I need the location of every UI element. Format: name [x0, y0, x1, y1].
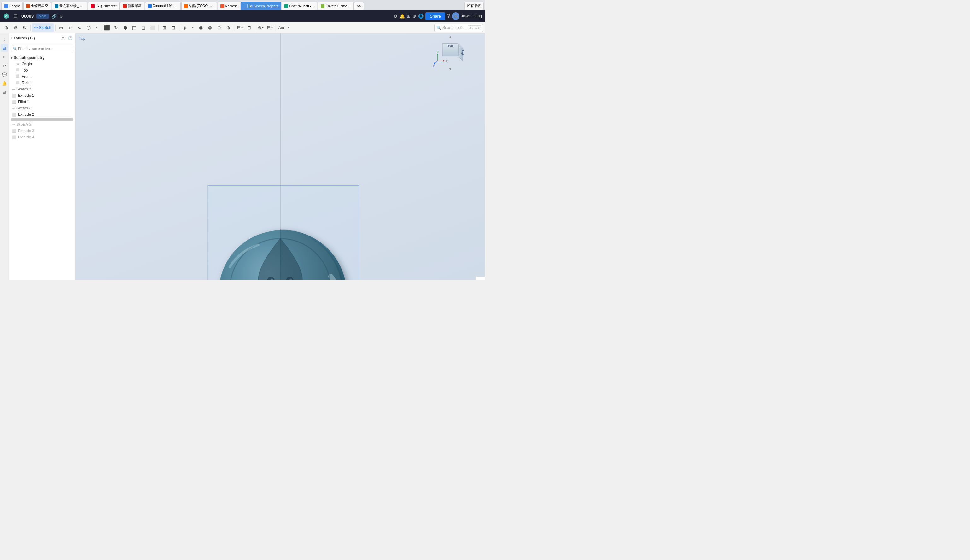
tree-item-sketch2[interactable]: ✏ Sketch 2 [9, 105, 75, 111]
tree-item-extrude1[interactable]: ⬜ Extrude 1 [9, 92, 75, 99]
share-button[interactable]: Share [425, 12, 445, 20]
nav-cube-up-btn[interactable]: ▲ [448, 35, 452, 39]
sketch-icon-3: ✏ [12, 123, 15, 127]
left-icon-table[interactable]: ⊞ [1, 88, 8, 96]
toolbar-circle-btn[interactable]: ○ [66, 23, 75, 32]
left-icon-history[interactable]: ↩ [1, 62, 8, 69]
svg-text:Right: Right [461, 50, 464, 57]
sketch2-label: Sketch 2 [17, 106, 31, 110]
filter-wrapper: 🔍 [11, 45, 73, 52]
toolbar-revolve-btn[interactable]: ↻ [112, 23, 120, 32]
browser-tab-chatpi[interactable]: ChatPi-ChatGPT&... [282, 2, 317, 10]
filter-input[interactable] [11, 45, 73, 52]
tree-item-extrude2[interactable]: ⬜ Extrude 2 [9, 111, 75, 118]
toolbar-redo[interactable]: ↻ [20, 23, 29, 32]
toolbar-undo[interactable]: ↺ [11, 23, 20, 32]
topbar-icon-btn-3[interactable]: ⊞ [407, 13, 411, 18]
tab-envato-label: Envato Elements:... [325, 4, 351, 8]
toolbar-orientation[interactable]: ⊕ [2, 23, 11, 32]
tree-item-top[interactable]: ⬜ Top [9, 67, 75, 73]
toolbar-render-btn[interactable]: ◉ [197, 23, 205, 32]
browser-tab-sina[interactable]: 新浪邮箱 [120, 2, 145, 10]
features-panel-title: Features (12) [12, 36, 35, 40]
left-icon-arrow[interactable]: ↕ [1, 35, 8, 43]
features-panel-header: Features (12) ⊕ 🕐 [9, 33, 75, 43]
toolbar-assembly-btn[interactable]: ⊞ ▾ [265, 23, 274, 32]
sketch-icon-1: ✏ [12, 87, 15, 92]
left-icon-notifications[interactable]: 🔔 [1, 80, 8, 87]
toolbar-section-btn[interactable]: ⊟ [169, 23, 178, 32]
default-geometry-header[interactable]: ▾ Default geometry [9, 55, 75, 61]
topbar-icon-btn-1[interactable]: ⚙ [393, 13, 398, 18]
browser-tab-more[interactable]: >> [354, 2, 364, 10]
tree-item-extrude4[interactable]: ⬜ Extrude 4 [9, 134, 75, 140]
toolbar-display-btn[interactable]: ⊞ ▾ [235, 23, 244, 32]
bookmarks-label: 所有书签 [467, 3, 481, 8]
nav-cube[interactable]: Top Right Y X Z [433, 37, 468, 69]
toolbar-sketch-label: Sketch [39, 25, 52, 30]
tree-item-sketch3[interactable]: ✏ Sketch 3 [9, 122, 75, 128]
toolbar-view-btn[interactable]: ⊞ [160, 23, 169, 32]
topbar-icon-btn-4[interactable]: ⊕ [412, 13, 416, 18]
toolbar-loft-btn[interactable]: ⬢ [121, 23, 130, 32]
toolbar-material-dd[interactable]: ▾ [190, 23, 196, 32]
fillet-icon-1: ⬜ [12, 100, 17, 104]
toolbar-shell-btn[interactable]: ⬜ [148, 23, 157, 32]
browser-tab-search[interactable]: Be Search Projects [241, 2, 281, 10]
tree-item-front[interactable]: ⬜ Front [9, 73, 75, 80]
viewport[interactable]: Top Right [76, 33, 485, 280]
help-button[interactable]: ? [447, 13, 450, 19]
panel-icon-config[interactable]: ⊕ [60, 35, 66, 41]
branch-badge[interactable]: Main [36, 13, 49, 18]
toolbar-new-btn[interactable]: ▭ [57, 23, 66, 32]
browser-tab-zcool[interactable]: 站酷 (ZCOOL) - 设... [181, 2, 217, 10]
right-panel-btn-1[interactable]: ⊕ [477, 278, 484, 280]
feature-tree: ▾ Default geometry ● Origin ⬜ Top ⬜ Fron… [9, 54, 75, 280]
svg-text:Z: Z [433, 65, 435, 67]
toolbar-curve-btn[interactable]: ∿ [75, 23, 84, 32]
left-icon-features[interactable]: ⊞ [1, 44, 8, 52]
nav-icon[interactable]: ⊕ [59, 13, 63, 18]
bookmarks-btn[interactable]: 所有书签 [464, 2, 484, 10]
toolbar-draft-btn[interactable]: ◻ [139, 23, 148, 32]
toolbar-material-btn[interactable]: ◈ [181, 23, 190, 32]
toolbar-hide-btn[interactable]: ◎ [206, 23, 215, 32]
toolbar-plane-btn[interactable]: ⊡ [245, 23, 253, 32]
left-icon-tree[interactable]: ○ [1, 53, 8, 60]
3d-model: CHAI HUO [208, 220, 353, 280]
tree-item-extrude3[interactable]: ⬜ Extrude 3 [9, 128, 75, 134]
tree-item-sketch1[interactable]: ✏ Sketch 1 [9, 86, 75, 92]
toolbar-extrude-btn[interactable]: ⬛ [102, 23, 111, 32]
logo: O [3, 13, 10, 19]
left-icon-comments[interactable]: 💬 [1, 71, 8, 78]
browser-tab-jd[interactable]: 金蝶云星空 [23, 2, 51, 10]
toolbar-fillet-btn[interactable]: ◱ [130, 23, 139, 32]
toolbar-dropdown-btn1[interactable]: ▾ [93, 23, 100, 32]
browser-tab-redless[interactable]: Redless [218, 2, 241, 10]
tree-item-origin[interactable]: ● Origin [9, 61, 75, 67]
doc-name: 00009 [22, 13, 34, 18]
topbar-icon-btn-2[interactable]: 🔔 [400, 13, 405, 18]
tree-item-right[interactable]: ⬜ Right [9, 80, 75, 86]
tree-item-fillet1[interactable]: ⬜ Fillet 1 [9, 99, 75, 105]
toolbar-solid-btn[interactable]: ⬡ [84, 23, 93, 32]
link-icon[interactable]: 🔗 [52, 13, 57, 18]
browser-tab-google[interactable]: Google [1, 2, 23, 10]
toolbar-sketch-btn[interactable]: ✏ Sketch [32, 23, 54, 32]
toolbar-select-btn[interactable]: ⊕ [215, 23, 223, 32]
browser-tab-pinterest[interactable]: (51) Pinterest [88, 2, 119, 10]
main-content: ↕ ⊞ ○ ↩ 💬 🔔 ⊞ Features (12) ⊕ 🕐 🔍 [0, 33, 485, 280]
toolbar-measure-btn[interactable]: ⊕ [224, 23, 233, 32]
toolbar-bool-btn[interactable]: ⊕ ▾ [257, 23, 265, 32]
nav-cube-down-btn[interactable]: ▼ [448, 67, 452, 71]
menu-button[interactable]: ☰ [12, 13, 19, 20]
toolbar-font-label: Am [277, 25, 285, 30]
toolbar-font-dd[interactable]: ▾ [286, 23, 292, 32]
browser-tab-coremail[interactable]: Coremail邮件系统 [145, 2, 181, 10]
browser-tab-envato[interactable]: Envato Elements:... [318, 2, 353, 10]
user-profile[interactable]: JL Jiawei Liang [452, 12, 482, 20]
topbar-icon-btn-5[interactable]: 🌐 [418, 13, 423, 18]
rollback-bar[interactable] [11, 118, 73, 121]
browser-tab-yunzhijia[interactable]: 云之家登录_云之家... [52, 2, 87, 10]
panel-icon-clock[interactable]: 🕐 [67, 35, 73, 41]
